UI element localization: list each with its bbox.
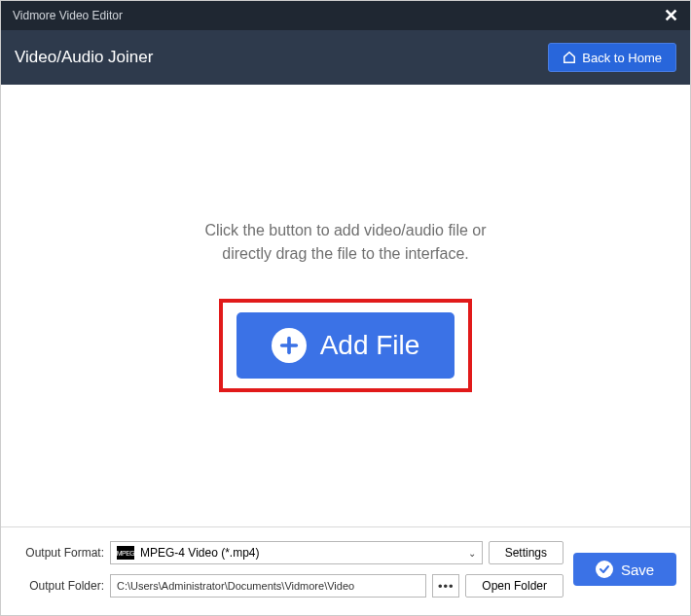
- output-format-value: MPEG-4 Video (*.mp4): [140, 546, 260, 560]
- home-icon: [563, 51, 576, 64]
- plus-icon: [272, 328, 307, 363]
- bottom-bar: Output Format: MPEG MPEG-4 Video (*.mp4)…: [1, 526, 690, 615]
- titlebar: Vidmore Video Editor ✕: [1, 1, 690, 30]
- back-to-home-label: Back to Home: [582, 51, 662, 65]
- output-format-select[interactable]: MPEG MPEG-4 Video (*.mp4) ⌄: [110, 541, 483, 564]
- instruction-line-1: Click the button to add video/audio file…: [204, 219, 486, 242]
- browse-folder-button[interactable]: •••: [432, 574, 459, 598]
- output-format-label: Output Format:: [15, 546, 104, 560]
- output-folder-label: Output Folder:: [15, 579, 104, 593]
- app-title: Vidmore Video Editor: [13, 9, 123, 22]
- back-to-home-button[interactable]: Back to Home: [548, 43, 676, 72]
- output-folder-row: Output Folder: ••• Open Folder: [15, 574, 564, 598]
- drop-zone[interactable]: Click the button to add video/audio file…: [1, 85, 690, 526]
- chevron-down-icon: ⌄: [468, 548, 476, 559]
- output-rows: Output Format: MPEG MPEG-4 Video (*.mp4)…: [15, 541, 564, 598]
- app-window: Vidmore Video Editor ✕ Video/Audio Joine…: [0, 0, 691, 616]
- add-file-button[interactable]: Add File: [236, 312, 455, 379]
- open-folder-button[interactable]: Open Folder: [465, 574, 564, 598]
- instruction-text: Click the button to add video/audio file…: [204, 219, 486, 266]
- check-icon: [596, 561, 613, 578]
- add-file-label: Add File: [320, 330, 420, 361]
- output-folder-input[interactable]: [110, 574, 426, 598]
- mpeg-icon: MPEG: [117, 546, 134, 560]
- settings-button[interactable]: Settings: [489, 541, 564, 564]
- close-icon[interactable]: ✕: [664, 7, 678, 24]
- save-label: Save: [621, 562, 654, 578]
- highlight-annotation: Add File: [219, 299, 473, 392]
- subheader: Video/Audio Joiner Back to Home: [1, 30, 690, 85]
- output-format-row: Output Format: MPEG MPEG-4 Video (*.mp4)…: [15, 541, 564, 564]
- page-title: Video/Audio Joiner: [15, 48, 153, 67]
- instruction-line-2: directly drag the file to the interface.: [204, 242, 486, 266]
- save-button[interactable]: Save: [573, 553, 676, 586]
